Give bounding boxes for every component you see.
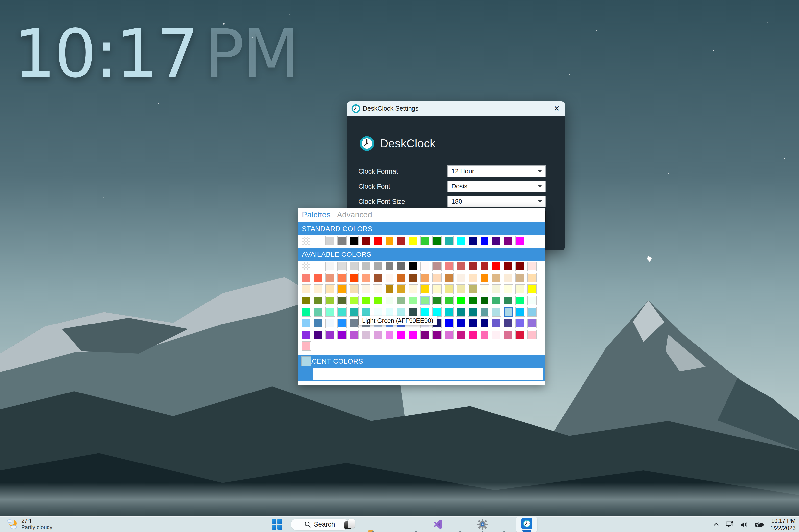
- color-swatch[interactable]: [504, 262, 513, 271]
- color-swatch[interactable]: [421, 236, 430, 245]
- color-swatch[interactable]: [397, 330, 406, 339]
- color-swatch[interactable]: [504, 319, 513, 328]
- start-button[interactable]: [272, 519, 282, 530]
- color-swatch[interactable]: [444, 319, 453, 328]
- color-swatch[interactable]: [504, 236, 513, 245]
- color-swatch[interactable]: [326, 330, 335, 339]
- color-swatch[interactable]: [337, 284, 347, 294]
- color-swatch[interactable]: [361, 284, 370, 294]
- color-swatch[interactable]: [361, 330, 370, 339]
- color-swatch[interactable]: [326, 273, 335, 282]
- color-swatch[interactable]: [302, 341, 311, 351]
- search-input[interactable]: Search: [291, 519, 348, 530]
- color-swatch[interactable]: [385, 236, 394, 245]
- color-swatch[interactable]: [385, 273, 394, 282]
- color-swatch[interactable]: [527, 319, 537, 328]
- color-swatch[interactable]: [468, 307, 477, 317]
- color-swatch[interactable]: [314, 307, 323, 317]
- color-swatch[interactable]: [326, 236, 335, 245]
- color-swatch[interactable]: [349, 319, 358, 328]
- color-swatch[interactable]: [302, 307, 311, 317]
- color-swatch[interactable]: [361, 296, 370, 305]
- color-swatch[interactable]: [314, 296, 323, 305]
- color-swatch[interactable]: [373, 296, 382, 305]
- color-swatch[interactable]: [516, 262, 525, 271]
- color-swatch[interactable]: [361, 236, 370, 245]
- color-swatch-hovered[interactable]: [421, 296, 430, 305]
- hidden-icons-chevron-icon[interactable]: [713, 521, 719, 528]
- color-swatch[interactable]: [492, 307, 501, 317]
- color-swatch[interactable]: [492, 236, 501, 245]
- color-swatch[interactable]: [516, 307, 525, 317]
- color-swatch[interactable]: [492, 296, 501, 305]
- color-swatch[interactable]: [492, 262, 501, 271]
- color-swatch[interactable]: [492, 319, 501, 328]
- color-swatch[interactable]: [421, 307, 430, 317]
- volume-icon[interactable]: [740, 521, 748, 528]
- color-swatch[interactable]: [337, 236, 347, 245]
- color-swatch[interactable]: [468, 296, 477, 305]
- network-icon[interactable]: [726, 521, 734, 528]
- color-swatch[interactable]: [468, 236, 477, 245]
- tab-advanced[interactable]: Advanced: [337, 210, 372, 220]
- color-swatch[interactable]: [516, 296, 525, 305]
- color-swatch[interactable]: [349, 330, 358, 339]
- color-swatch[interactable]: [302, 319, 311, 328]
- color-swatch[interactable]: [504, 330, 513, 339]
- color-swatch[interactable]: [385, 330, 394, 339]
- color-swatch[interactable]: [361, 307, 370, 317]
- color-swatch[interactable]: [337, 319, 347, 328]
- color-swatch[interactable]: [409, 273, 418, 282]
- color-swatch[interactable]: [456, 330, 465, 339]
- settings-button[interactable]: [477, 519, 488, 530]
- color-swatch[interactable]: [385, 296, 394, 305]
- weather-widget[interactable]: 27°F Partly cloudy: [6, 518, 53, 531]
- color-swatch[interactable]: [337, 262, 347, 271]
- tray-clock[interactable]: 10:17 PM 1/22/2023: [770, 517, 796, 532]
- color-swatch[interactable]: [480, 296, 489, 305]
- color-swatch[interactable]: [480, 236, 489, 245]
- clock-format-dropdown[interactable]: 12 Hour: [447, 166, 545, 177]
- color-swatch[interactable]: [302, 273, 311, 282]
- color-swatch[interactable]: [444, 284, 453, 294]
- dialog-titlebar[interactable]: DeskClock Settings ✕: [347, 101, 565, 115]
- color-swatch[interactable]: [432, 284, 442, 294]
- color-swatch[interactable]: [492, 284, 501, 294]
- color-swatch[interactable]: [527, 296, 537, 305]
- color-swatch[interactable]: [456, 236, 465, 245]
- color-swatch[interactable]: [456, 307, 465, 317]
- color-swatch[interactable]: [349, 296, 358, 305]
- color-swatch[interactable]: [302, 296, 311, 305]
- color-swatch[interactable]: [373, 330, 382, 339]
- color-swatch[interactable]: [468, 262, 477, 271]
- color-swatch[interactable]: [373, 262, 382, 271]
- color-swatch[interactable]: [480, 319, 489, 328]
- color-swatch[interactable]: [385, 307, 394, 317]
- color-swatch[interactable]: [516, 284, 525, 294]
- color-swatch[interactable]: [397, 262, 406, 271]
- color-swatch[interactable]: [337, 307, 347, 317]
- color-swatch[interactable]: [456, 262, 465, 271]
- color-swatch[interactable]: [432, 330, 442, 339]
- color-swatch[interactable]: [314, 236, 323, 245]
- color-swatch[interactable]: [326, 262, 335, 271]
- color-swatch[interactable]: [409, 330, 418, 339]
- color-swatch[interactable]: [456, 284, 465, 294]
- color-swatch[interactable]: [527, 273, 537, 282]
- color-swatch[interactable]: [527, 262, 537, 271]
- color-swatch[interactable]: [349, 236, 358, 245]
- color-swatch[interactable]: [409, 236, 418, 245]
- color-swatch[interactable]: [314, 273, 323, 282]
- color-swatch[interactable]: [516, 273, 525, 282]
- color-swatch[interactable]: [444, 330, 453, 339]
- color-swatch[interactable]: [397, 284, 406, 294]
- color-swatch[interactable]: [444, 273, 453, 282]
- color-swatch[interactable]: [444, 236, 453, 245]
- color-swatch[interactable]: [468, 330, 477, 339]
- color-swatch[interactable]: [504, 284, 513, 294]
- color-swatch[interactable]: [397, 273, 406, 282]
- task-view-button[interactable]: [345, 519, 355, 530]
- color-swatch[interactable]: [456, 273, 465, 282]
- color-swatch[interactable]: [421, 330, 430, 339]
- color-swatch[interactable]: [397, 307, 406, 317]
